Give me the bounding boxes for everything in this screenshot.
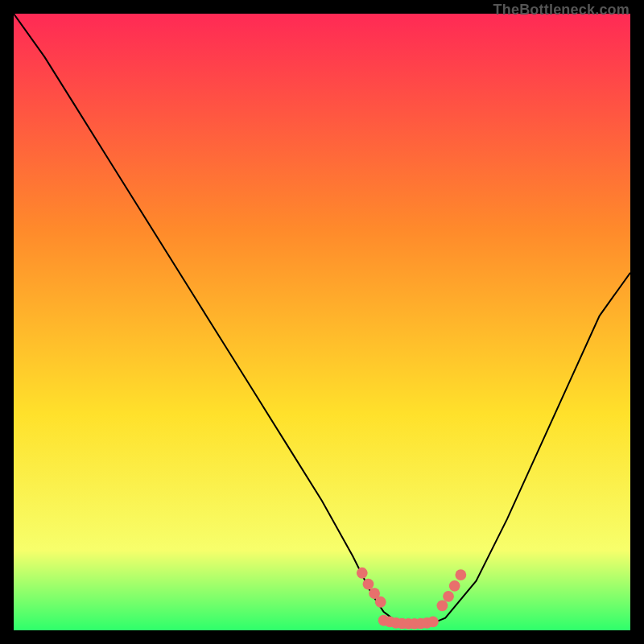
bottleneck-chart bbox=[14, 14, 630, 630]
marker-dot bbox=[427, 616, 439, 627]
gradient-background bbox=[14, 14, 630, 630]
marker-dot bbox=[449, 580, 460, 592]
marker-dot bbox=[443, 591, 454, 602]
marker-dot bbox=[363, 579, 374, 590]
marker-dot bbox=[375, 597, 386, 608]
watermark-text: TheBottleneck.com bbox=[493, 2, 630, 19]
marker-dot bbox=[436, 600, 448, 611]
marker-dot bbox=[357, 568, 368, 579]
marker-dot bbox=[455, 569, 466, 580]
chart-frame: TheBottleneck.com bbox=[0, 0, 644, 644]
